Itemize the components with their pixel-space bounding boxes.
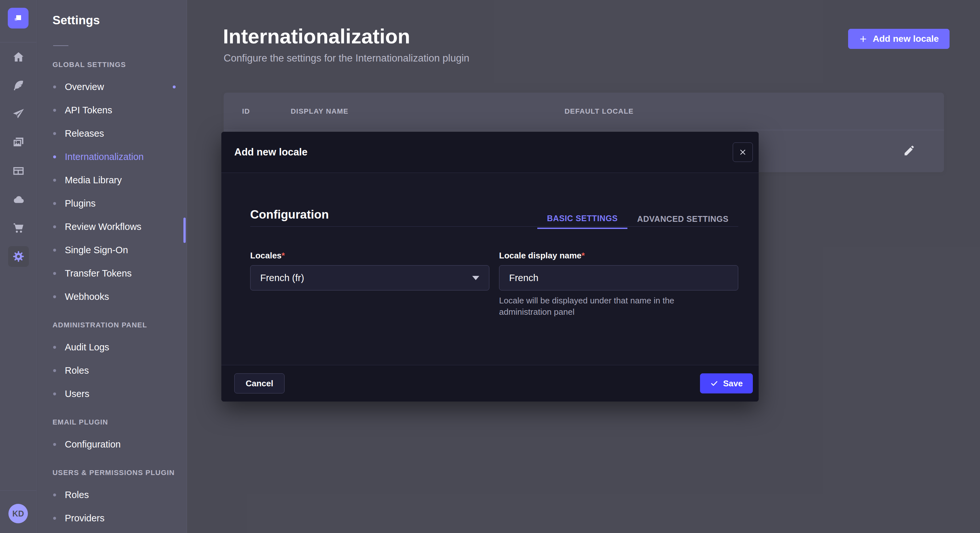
display-name-label: Locale display name* [499,251,738,261]
modal-footer: Cancel Save [221,365,759,401]
required-asterisk: * [282,251,285,260]
locales-label: Locales* [250,251,489,261]
modal-header: Add new locale [221,132,759,173]
modal-title: Add new locale [234,146,307,158]
display-name-input[interactable] [499,265,738,290]
locale-form-fields: Locales* French (fr) Locale display name… [250,251,738,318]
close-icon [738,148,747,156]
check-icon [710,379,719,388]
cancel-button[interactable]: Cancel [234,373,285,393]
configuration-section-title: Configuration [250,208,329,222]
save-button[interactable]: Save [700,373,753,393]
tabs-divider [250,226,738,227]
add-locale-modal: Add new locale Configuration BASIC SETTI… [221,132,759,401]
display-name-helper-text: Locale will be displayed under that name… [499,295,723,318]
required-asterisk: * [581,251,585,260]
locales-selected-value: French (fr) [260,273,304,283]
locales-select[interactable]: French (fr) [250,265,489,290]
strapi-admin-app: KD Settings GLOBAL SETTINGS Overview API… [0,0,980,533]
modal-body: Configuration BASIC SETTINGS ADVANCED SE… [221,173,759,365]
chevron-down-icon [472,276,479,280]
display-name-field: Locale display name* Locale will be disp… [499,251,738,318]
locales-field: Locales* French (fr) [250,251,489,318]
close-modal-button[interactable] [733,143,753,162]
save-label: Save [723,379,743,389]
